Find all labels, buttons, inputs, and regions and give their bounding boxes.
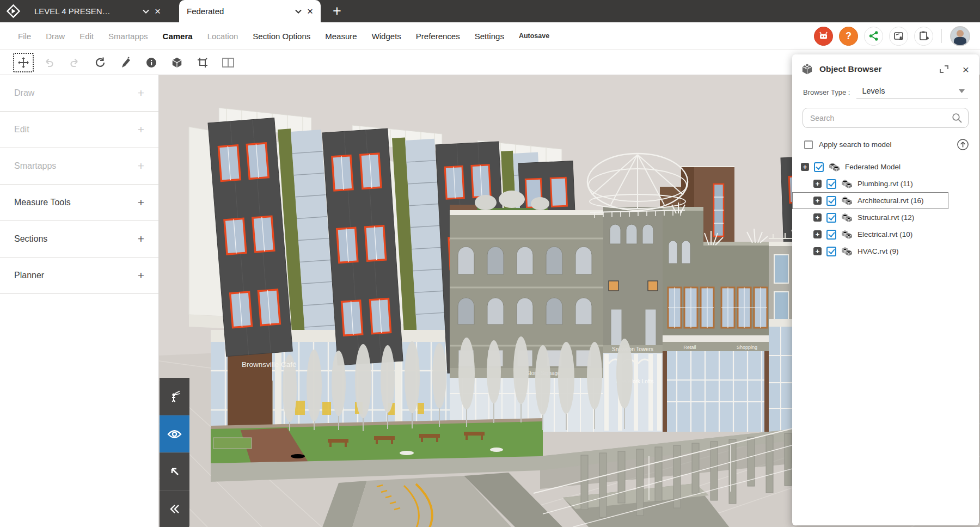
tree-label[interactable]: Electrical.rvt (10) <box>857 230 912 238</box>
chevron-down-icon[interactable] <box>295 9 302 14</box>
view-tools <box>160 378 189 527</box>
menu-location[interactable]: Location <box>207 32 238 41</box>
new-tab-button[interactable]: + <box>321 0 353 22</box>
expand-icon[interactable] <box>813 230 822 238</box>
panel-title: Object Browser <box>819 64 933 74</box>
search-box <box>803 108 969 128</box>
menu-section-options[interactable]: Section Options <box>253 32 310 41</box>
tab-label: LEVEL 4 PRESEN… <box>34 7 137 16</box>
snowdon-towers-sign: Snowdon Towers <box>612 346 653 352</box>
app-window: LEVEL 4 PRESEN… × Federated × + File Dra… <box>0 0 980 527</box>
plus-icon: + <box>138 123 144 136</box>
expand-icon[interactable] <box>801 163 809 171</box>
tree-label[interactable]: Plumbing.rvt (11) <box>857 180 913 188</box>
tree-label[interactable]: HVAC.rvt (9) <box>857 247 899 255</box>
tree-row-electrical[interactable]: Electrical.rvt (10) <box>792 226 979 243</box>
plus-icon: + <box>138 160 144 173</box>
section-label: Sections <box>14 234 47 244</box>
issue-tracker-button[interactable] <box>889 27 908 46</box>
undo-button[interactable] <box>39 53 59 72</box>
close-panel-icon[interactable]: × <box>963 64 969 75</box>
tab-level4-presentation[interactable]: LEVEL 4 PRESEN… × <box>27 0 168 22</box>
cafe-sign: Brownsville Café <box>242 360 297 369</box>
expand-icon[interactable] <box>813 180 822 188</box>
dock-panel-icon[interactable] <box>939 65 949 73</box>
robot-icon <box>818 31 829 41</box>
redo-button[interactable] <box>64 53 85 72</box>
tree-label[interactable]: Architectural.rvt (16) <box>857 197 924 205</box>
sidebar-section-draw: Draw+ <box>0 75 158 112</box>
search-icon[interactable] <box>951 112 963 126</box>
apply-search-row: Apply search to model <box>792 135 979 156</box>
visibility-checkbox[interactable] <box>826 196 836 206</box>
masonry-building: Store Signage <box>450 205 603 432</box>
tree-label[interactable]: Federated Model <box>845 163 901 171</box>
cube-icon <box>171 57 183 69</box>
select-tool-button[interactable] <box>160 453 189 491</box>
crop-tool-button[interactable] <box>192 53 213 72</box>
walk-mode-button[interactable] <box>160 378 189 415</box>
rotate-view-button[interactable] <box>90 53 111 72</box>
assistant-bot-button[interactable] <box>814 27 833 46</box>
menu-camera[interactable]: Camera <box>163 32 193 41</box>
visibility-checkbox[interactable] <box>826 213 836 223</box>
menubar-right-icons: ? <box>814 26 970 46</box>
left-sidebar: Draw+ Edit+ Smartapps+ Measure Tools+ Se… <box>0 75 159 527</box>
scroll-to-selected-button[interactable] <box>957 138 969 151</box>
tree-label[interactable]: Structural.rvt (12) <box>857 213 914 222</box>
visibility-button[interactable] <box>160 415 189 453</box>
tree-row-architectural[interactable]: Architectural.rvt (16) <box>792 192 948 209</box>
object-browser-panel: Object Browser × Browser Type : Levels A… <box>792 54 979 525</box>
sidebar-section-measure-tools[interactable]: Measure Tools+ <box>0 185 158 221</box>
browser-type-select[interactable]: Levels <box>856 85 968 99</box>
menu-settings[interactable]: Settings <box>475 32 504 41</box>
menu-preferences[interactable]: Preferences <box>416 32 460 41</box>
pen-tool-button[interactable] <box>115 53 136 72</box>
model-cubes-icon <box>841 213 853 222</box>
visibility-checkbox[interactable] <box>814 162 824 172</box>
menu-widgets[interactable]: Widgets <box>372 32 401 41</box>
object-browser-icon <box>801 63 813 76</box>
chevron-down-icon[interactable] <box>143 9 149 14</box>
close-tab-icon[interactable]: × <box>155 6 161 16</box>
tab-federated[interactable]: Federated × <box>179 0 321 22</box>
tree-row-federated-model[interactable]: Federated Model <box>792 158 979 175</box>
visibility-checkbox[interactable] <box>826 230 836 240</box>
tree-row-structural[interactable]: Structural.rvt (12) <box>792 209 979 226</box>
share-button[interactable] <box>864 27 883 46</box>
double-chevron-left-icon <box>168 504 181 514</box>
expand-icon[interactable] <box>813 247 822 255</box>
info-button[interactable] <box>141 53 162 72</box>
search-input[interactable] <box>803 108 969 128</box>
app-logo[interactable] <box>0 0 27 22</box>
close-tab-icon[interactable]: × <box>307 6 313 16</box>
menu-edit[interactable]: Edit <box>79 32 94 41</box>
sidebar-section-edit: Edit+ <box>0 112 158 148</box>
help-button[interactable]: ? <box>839 27 858 46</box>
collapse-panel-button[interactable] <box>160 491 189 527</box>
tree-row-plumbing[interactable]: Plumbing.rvt (11) <box>792 175 979 192</box>
move-tool-button[interactable] <box>13 53 34 72</box>
split-view-button[interactable] <box>218 53 238 72</box>
plus-icon: + <box>138 196 144 209</box>
visibility-checkbox[interactable] <box>826 179 836 189</box>
user-avatar[interactable] <box>950 26 970 46</box>
3d-object-button[interactable] <box>167 53 187 72</box>
retail-sign: Retail <box>683 345 696 350</box>
visibility-checkbox[interactable] <box>826 247 836 256</box>
sidebar-section-planner[interactable]: Planner+ <box>0 258 158 294</box>
apply-search-checkbox[interactable] <box>804 140 813 149</box>
menu-file[interactable]: File <box>18 32 31 41</box>
menu-smartapps[interactable]: Smartapps <box>108 32 148 41</box>
sidebar-section-sections[interactable]: Sections+ <box>0 221 158 258</box>
rotate-icon <box>94 56 107 69</box>
expand-icon[interactable] <box>813 197 822 205</box>
menu-draw[interactable]: Draw <box>46 32 65 41</box>
menu-autosave[interactable]: Autosave <box>519 32 549 40</box>
tree-row-hvac[interactable]: HVAC.rvt (9) <box>792 243 979 260</box>
menu-measure[interactable]: Measure <box>325 32 357 41</box>
section-label: Edit <box>14 125 29 134</box>
expand-icon[interactable] <box>813 213 822 222</box>
walk-person-icon <box>168 389 182 403</box>
add-sheet-button[interactable] <box>914 27 933 46</box>
